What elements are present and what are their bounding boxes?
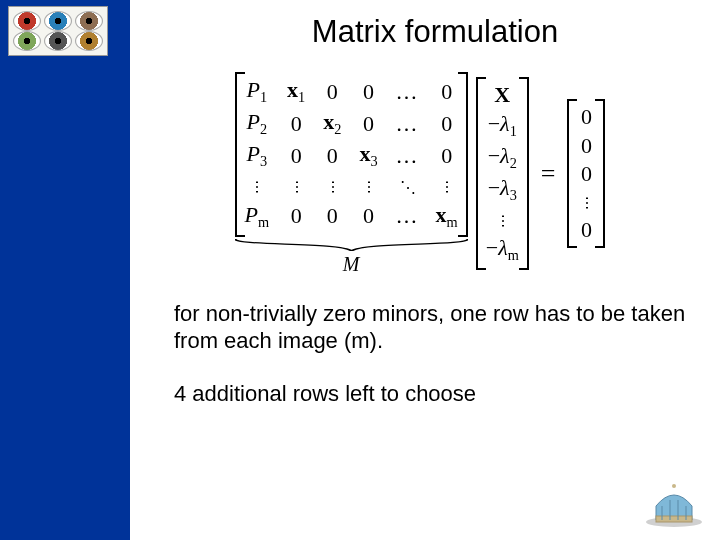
matrix-cell: 0 xyxy=(323,204,341,228)
paragraph-minors: for non-trivially zero minors, one row h… xyxy=(154,300,696,355)
matrix-cell: xm xyxy=(436,203,458,231)
matrix-cell: … xyxy=(396,112,418,136)
equals-sign: = xyxy=(537,159,560,189)
vector-zero: 000⋯0 xyxy=(567,99,605,248)
matrix-cell: 0 xyxy=(438,144,456,168)
matrix-cell: P3 xyxy=(247,142,268,170)
matrix-cell: 0 xyxy=(360,112,378,136)
svg-point-6 xyxy=(672,484,676,488)
matrix-cell: … xyxy=(396,144,418,168)
matrix-cell: ⋯ xyxy=(438,174,456,198)
svg-rect-1 xyxy=(656,516,692,522)
matrix-cell: 0 xyxy=(323,144,341,168)
matrix-cell: ⋯ xyxy=(323,174,341,198)
matrix-cell: ⋯ xyxy=(360,174,378,198)
matrix-cell: ⋯ xyxy=(248,174,266,198)
matrix-cell: 0 xyxy=(577,218,595,242)
sidebar xyxy=(0,0,130,540)
matrix-cell: … xyxy=(396,80,418,104)
matrix-cell: X xyxy=(493,83,511,107)
matrix-cell: ⋯ xyxy=(577,190,595,214)
matrix-cell: ⋱ xyxy=(398,174,416,198)
matrix-cell: Pm xyxy=(245,203,270,231)
paragraph-additional-rows: 4 additional rows left to choose xyxy=(154,381,696,407)
matrix-equation: P1x100…0P20x20…0P300x3…0⋯⋯⋯⋯⋱⋯Pm000…xm M… xyxy=(154,72,696,276)
underbrace-M: M xyxy=(235,239,468,276)
matrix-cell: 0 xyxy=(360,80,378,104)
iris-eyes-logo xyxy=(8,6,108,56)
matrix-cell: 0 xyxy=(287,204,305,228)
matrix-cell: x1 xyxy=(287,78,305,106)
slide-content: Matrix formulation P1x100…0P20x20…0P300x… xyxy=(130,0,720,540)
matrix-cell: 0 xyxy=(323,80,341,104)
matrix-cell: x3 xyxy=(359,142,377,170)
dome-building-icon xyxy=(642,476,706,528)
matrix-cell: ⋯ xyxy=(287,174,305,198)
matrix-cell: 0 xyxy=(577,134,595,158)
matrix-cell: −λ1 xyxy=(488,112,517,140)
matrix-cell: −λ2 xyxy=(488,144,517,172)
matrix-cell: x2 xyxy=(323,110,341,138)
matrix-cell: 0 xyxy=(577,162,595,186)
matrix-cell: −λm xyxy=(486,236,519,264)
matrix-cell: 0 xyxy=(360,204,378,228)
matrix-cell: P1 xyxy=(247,78,268,106)
matrix-cell: −λ3 xyxy=(488,176,517,204)
vector-unknowns: X−λ1−λ2−λ3⋯−λm xyxy=(476,77,529,270)
matrix-cell: 0 xyxy=(287,144,305,168)
matrix-cell: ⋯ xyxy=(493,208,511,232)
underbrace-label: M xyxy=(343,253,360,276)
matrix-cell: 0 xyxy=(438,112,456,136)
matrix-M: P1x100…0P20x20…0P300x3…0⋯⋯⋯⋯⋱⋯Pm000…xm xyxy=(235,72,468,237)
matrix-cell: P2 xyxy=(247,110,268,138)
matrix-cell: … xyxy=(396,204,418,228)
slide-title: Matrix formulation xyxy=(154,14,696,50)
matrix-cell: 0 xyxy=(438,80,456,104)
matrix-cell: 0 xyxy=(577,105,595,129)
matrix-cell: 0 xyxy=(287,112,305,136)
